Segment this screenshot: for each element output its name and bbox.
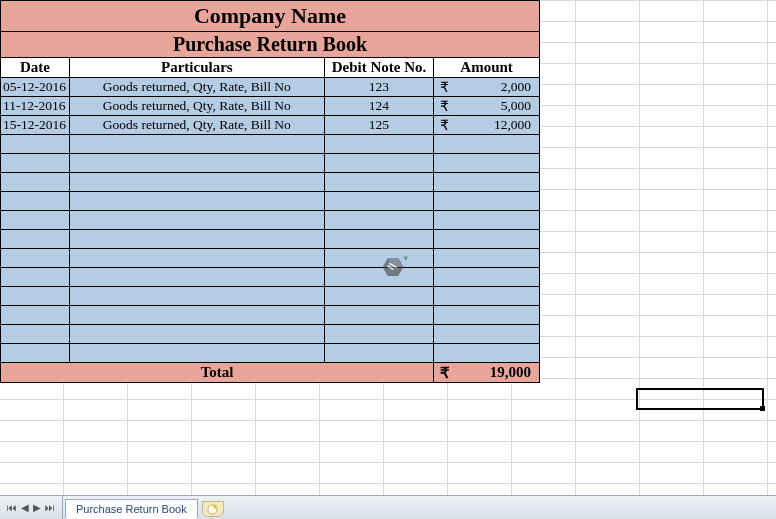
table-row [1,154,540,173]
cell-date[interactable] [1,306,70,325]
currency-symbol: ₹ [440,364,450,382]
watermark-logo [378,252,408,282]
currency-symbol: ₹ [440,98,449,115]
sheet-tab-label: Purchase Return Book [76,503,187,515]
cell-amount[interactable] [434,154,540,173]
header-amount[interactable]: Amount [434,58,540,78]
cell-amount[interactable] [434,230,540,249]
table-row [1,306,540,325]
cell-date[interactable] [1,173,70,192]
total-label[interactable]: Total [1,363,434,383]
cell-particulars[interactable]: Goods returned, Qty, Rate, Bill No [69,78,324,97]
cell-debit-note[interactable] [324,325,434,344]
sheet-tab-bar: ⏮ ◀ ▶ ⏭ Purchase Return Book [0,495,776,519]
cell-date[interactable] [1,230,70,249]
cell-date[interactable] [1,287,70,306]
cell-date[interactable] [1,268,70,287]
cell-debit-note[interactable] [324,306,434,325]
cell-debit-note[interactable] [324,173,434,192]
cell-amount[interactable] [434,287,540,306]
cell-particulars[interactable] [69,249,324,268]
total-row: Total ₹ 19,000 [1,363,540,383]
tab-nav-first-icon[interactable]: ⏮ [6,502,18,513]
table-row [1,173,540,192]
cell-amount[interactable]: ₹5,000 [434,97,540,116]
table-row: 11-12-2016Goods returned, Qty, Rate, Bil… [1,97,540,116]
cell-date[interactable]: 15-12-2016 [1,116,70,135]
total-value: 19,000 [490,364,531,380]
cell-amount[interactable] [434,192,540,211]
cell-particulars[interactable] [69,135,324,154]
cell-particulars[interactable] [69,344,324,363]
cell-particulars[interactable] [69,306,324,325]
cell-debit-note[interactable]: 125 [324,116,434,135]
cell-amount[interactable] [434,344,540,363]
cell-amount[interactable] [434,268,540,287]
tab-nav-last-icon[interactable]: ⏭ [44,502,56,513]
cell-date[interactable]: 11-12-2016 [1,97,70,116]
cell-particulars[interactable] [69,192,324,211]
cell-particulars[interactable] [69,287,324,306]
cell-amount[interactable] [434,325,540,344]
total-amount[interactable]: ₹ 19,000 [434,363,540,383]
cell-debit-note[interactable] [324,211,434,230]
table-row: 05-12-2016Goods returned, Qty, Rate, Bil… [1,78,540,97]
cell-particulars[interactable]: Goods returned, Qty, Rate, Bill No [69,97,324,116]
header-debit[interactable]: Debit Note No. [324,58,434,78]
cell-amount[interactable] [434,135,540,154]
book-title[interactable]: Purchase Return Book [1,32,540,58]
cell-date[interactable] [1,154,70,173]
cell-date[interactable] [1,249,70,268]
svg-marker-4 [404,257,409,262]
subtitle-row: Purchase Return Book [1,32,540,58]
cell-amount[interactable] [434,211,540,230]
table-row [1,249,540,268]
svg-point-6 [213,504,217,508]
spreadsheet-view: Company Name Purchase Return Book Date P… [0,0,776,519]
cell-date[interactable] [1,211,70,230]
table-row [1,268,540,287]
cell-amount[interactable] [434,306,540,325]
amount-value: 2,000 [501,79,531,94]
sheet-tab-active[interactable]: Purchase Return Book [65,499,198,519]
cell-particulars[interactable] [69,173,324,192]
table-row [1,230,540,249]
amount-value: 5,000 [501,98,531,113]
cell-debit-note[interactable] [324,287,434,306]
table-row [1,192,540,211]
header-particulars[interactable]: Particulars [69,58,324,78]
cell-particulars[interactable] [69,268,324,287]
cell-amount[interactable]: ₹2,000 [434,78,540,97]
table-row [1,325,540,344]
currency-symbol: ₹ [440,117,449,134]
cell-date[interactable] [1,344,70,363]
cell-debit-note[interactable] [324,154,434,173]
cell-debit-note[interactable] [324,230,434,249]
cell-amount[interactable] [434,249,540,268]
company-name[interactable]: Company Name [1,1,540,32]
cell-particulars[interactable] [69,154,324,173]
cell-particulars[interactable]: Goods returned, Qty, Rate, Bill No [69,116,324,135]
cell-date[interactable] [1,325,70,344]
tab-nav-next-icon[interactable]: ▶ [32,502,42,513]
cell-amount[interactable] [434,173,540,192]
cell-date[interactable] [1,135,70,154]
cell-particulars[interactable] [69,230,324,249]
cell-debit-note[interactable] [324,192,434,211]
header-date[interactable]: Date [1,58,70,78]
cell-debit-note[interactable] [324,135,434,154]
cell-debit-note[interactable] [324,344,434,363]
currency-symbol: ₹ [440,79,449,96]
cell-particulars[interactable] [69,211,324,230]
cell-date[interactable]: 05-12-2016 [1,78,70,97]
cell-particulars[interactable] [69,325,324,344]
cell-amount[interactable]: ₹12,000 [434,116,540,135]
new-sheet-button[interactable] [202,501,224,517]
cell-debit-note[interactable]: 124 [324,97,434,116]
table-row [1,344,540,363]
tab-nav-prev-icon[interactable]: ◀ [20,502,30,513]
cell-date[interactable] [1,192,70,211]
cell-debit-note[interactable]: 123 [324,78,434,97]
table-row: 15-12-2016Goods returned, Qty, Rate, Bil… [1,116,540,135]
active-cell-cursor[interactable] [636,388,764,410]
